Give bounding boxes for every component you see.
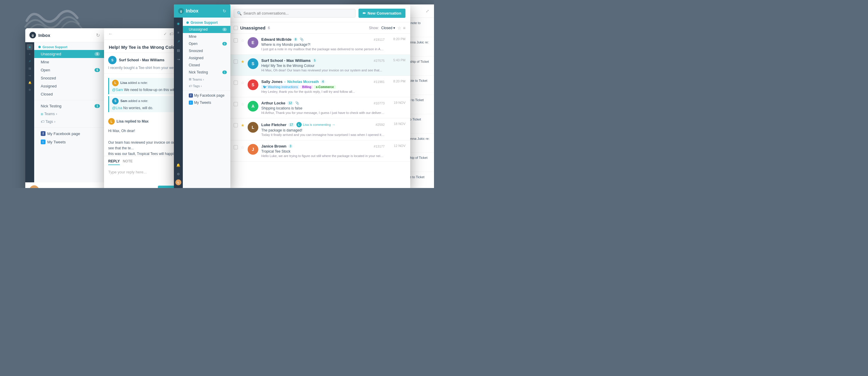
nav-item-twitter[interactable]: t My Tweets [34,138,104,146]
overlay-bar-activity[interactable]: ↗ [175,38,182,45]
overlay-bar-inbox[interactable]: ◉ [175,20,182,27]
janice-checkbox[interactable] [234,145,238,149]
back-button[interactable]: ← [108,31,113,37]
inbox-section-title: Unassigned [240,25,266,30]
left-sidebar-settings-icon[interactable]: ⚙ [27,87,33,93]
overlay-user-avatar[interactable]: L [175,179,181,185]
nav-item-mine[interactable]: Mine [34,58,104,66]
list-icon[interactable]: ≡ [403,26,405,30]
left-sidebar-menu-icon[interactable]: ≡ [27,51,33,57]
luke-star[interactable]: ★ [241,123,245,127]
overlay-bar-reports[interactable]: ▤ [175,47,182,54]
max-star[interactable]: ★ [241,59,245,64]
overlay-assigned-label: Assigned [189,56,203,60]
overlay-nav-twitter[interactable]: t My Tweets [183,99,230,106]
overlay-nick-label: Nick Testing [189,70,208,75]
commenting-text: Lisa is commenting [303,123,331,126]
reply-tab-reply[interactable]: REPLY [108,159,120,165]
inbox-title-area: Unassigned 6 [234,25,270,30]
conv-list-item-luke[interactable]: ★ L Luke Fletcher 17 L Lisa is commentin… [229,118,410,140]
arthur-meta: 19 NOV [388,101,405,105]
left-sidebar-chat-icon[interactable]: ↝ [27,73,33,79]
left-sidebar-reports-icon[interactable]: ▤ [27,65,33,71]
edward-checkbox[interactable] [234,38,238,42]
max-count: 5 [312,59,317,62]
overlay-group-header: Groove Support [183,18,230,26]
janice-star[interactable]: ☆ [241,145,245,150]
sally-preview: Hey Lesley, thank you for the quick repl… [261,90,385,93]
overlay-nav-unassigned[interactable]: Unassigned 6 [183,26,230,33]
nav-item-unassigned[interactable]: Unassigned 6 [34,50,104,58]
overlay-refresh-icon[interactable]: ↻ [223,9,226,13]
sort-icon[interactable]: ☆ [397,26,401,30]
search-icon: 🔍 [237,11,242,16]
janice-preview: Hello Luke, we are trying to figure out … [261,154,385,158]
left-app-panel: g Inbox ↻ ◉ ≡ ↗ ▤ ↝ 🔔 ⚙ Groove Support U… [25,28,104,188]
nav-item-facebook[interactable]: f My Facebook page [34,129,104,138]
search-input[interactable] [244,11,352,16]
edward-attachment-icon: 📎 [300,37,304,41]
left-app-title: Inbox [38,33,50,38]
nav-item-teams[interactable]: ⊞ Teams › [34,110,104,118]
overlay-nav-open[interactable]: Open 6 [183,40,230,47]
nav-item-tags[interactable]: 🏷 Tags › [34,118,104,125]
reply-placeholder: Type your reply here... [108,170,147,174]
left-sidebar-inbox-icon[interactable]: ◉ [27,44,33,50]
max-checkbox-box [234,59,238,64]
user-avatar-area: L [25,182,104,188]
check-action-btn[interactable]: ✓ [163,32,167,36]
overlay-facebook-icon: f [189,93,193,97]
sally-star[interactable]: ☆ [241,80,245,85]
overlay-nav-closed[interactable]: Closed [183,62,230,69]
sam-mention: @Sam [112,88,123,92]
conv-list-item-edward[interactable]: ☆ E Edward McBride 8 📎 #19117 Where is m… [229,34,410,55]
overlay-nav-teams[interactable]: ⊞ Teams › [183,76,230,83]
sally-checkbox[interactable] [234,81,238,85]
nav-item-nick-testing[interactable]: Nick Testing 1 [34,102,104,110]
search-box[interactable]: 🔍 [234,9,355,18]
overlay-open-label: Open [189,41,197,46]
commenting-indicator: L Lisa is commenting → [297,122,335,127]
max-checkbox[interactable] [234,59,238,64]
overlay-nav-assigned[interactable]: Assigned [183,54,230,62]
overlay-nav-snoozed[interactable]: Snoozed [183,47,230,54]
arthur-star[interactable]: ☆ [241,102,245,107]
overlay-nav-nick-testing[interactable]: Nick Testing 1 [183,69,230,76]
reply-tab-note[interactable]: NOTE [123,159,132,165]
arthur-date: 19 NOV [394,101,405,105]
new-conversation-button[interactable]: ✏ New Conversation [359,9,405,18]
left-sidebar-activity-icon[interactable]: ↗ [27,58,33,64]
janice-ticket: #13177 [374,145,385,148]
nav-item-closed[interactable]: Closed [34,90,104,98]
conv-list-item-sally[interactable]: ☆ S Sally Jones › Nicholas Mccreath 4 #1… [229,76,410,97]
nav-item-assigned[interactable]: Assigned [34,82,104,90]
conv-list-item-max[interactable]: ★ S Surf School - Max Williams 5 #27575 … [229,55,410,76]
edward-star[interactable]: ☆ [241,38,245,43]
overlay-bar-menu[interactable]: ≡ [175,29,182,36]
max-meta: 5:43 PM [388,58,405,62]
sally-ecommerce-label: e-Commerce [314,85,336,89]
luke-checkbox[interactable] [234,123,238,127]
overlay-nav-facebook[interactable]: f My Facebook page [183,92,230,99]
overlay-bar-bell[interactable]: 🔔 [175,162,182,169]
janice-subject: Tropical Tee Stock [261,149,385,153]
left-sidebar-bell-icon[interactable]: 🔔 [27,80,33,86]
user-avatar[interactable]: L [29,185,39,188]
select-all-checkbox[interactable] [234,26,238,30]
show-select[interactable]: Closed ▾ [381,26,395,30]
overlay-twitter-icon: t [189,100,193,105]
overlay-bar-chat[interactable]: ↝ [175,56,182,63]
nav-item-snoozed[interactable]: Snoozed [34,74,104,82]
nav-item-open[interactable]: Open 6 [34,66,104,74]
overlay-bar-settings[interactable]: ⚙ [175,170,182,178]
arthur-checkbox[interactable] [234,102,238,106]
conv-list-item-arthur[interactable]: ☆ A Arthur Locke 12 📎 #10773 Shipping lo… [229,97,410,118]
right-expand-icon[interactable]: ⤢ [426,9,429,13]
conv-list-item-janice[interactable]: ☆ J Janice Brown 3 #13177 Tropical Tee S… [229,140,410,162]
overlay-nav-tags[interactable]: 🏷 Tags › [183,83,230,89]
overlay-nav-mine[interactable]: Mine [183,33,230,40]
tag-action-btn[interactable]: 🏷 [169,32,174,36]
show-value: Closed [381,26,392,30]
nav-nick-badge: 1 [95,104,100,108]
left-refresh-icon[interactable]: ↻ [96,32,100,38]
